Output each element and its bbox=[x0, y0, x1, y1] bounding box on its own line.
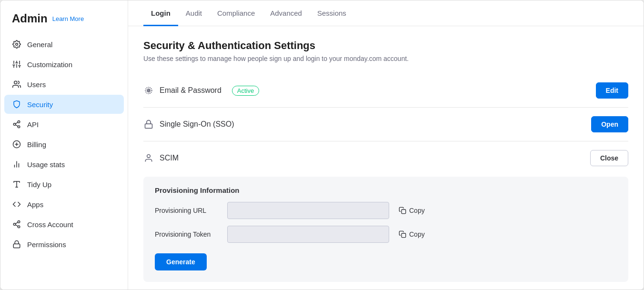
billing-icon bbox=[12, 140, 21, 149]
sidebar-item-billing[interactable]: Billing bbox=[4, 135, 124, 154]
provisioning-url-field: Provisioning URL Copy bbox=[155, 202, 617, 219]
sidebar-item-label: API bbox=[27, 120, 39, 129]
sidebar-item-general[interactable]: General bbox=[4, 35, 124, 54]
provisioning-url-label: Provisioning URL bbox=[155, 207, 221, 214]
page-title: Security & Authentication Settings bbox=[143, 40, 628, 52]
svg-line-28 bbox=[15, 222, 18, 224]
sidebar-item-label: Usage stats bbox=[27, 160, 65, 169]
provisioning-box: Provisioning Information Provisioning UR… bbox=[143, 177, 628, 282]
sidebar-header: Admin Learn More bbox=[0, 12, 128, 35]
svg-line-15 bbox=[15, 122, 18, 124]
sliders-icon bbox=[12, 60, 21, 69]
svg-rect-36 bbox=[402, 233, 406, 238]
tidy-icon bbox=[12, 180, 21, 189]
svg-line-27 bbox=[15, 225, 18, 226]
provisioning-token-input[interactable] bbox=[227, 226, 389, 243]
sidebar-item-label: Customization bbox=[27, 60, 72, 69]
svg-point-10 bbox=[14, 81, 17, 84]
scim-left: SCIM bbox=[143, 153, 179, 163]
lock-icon bbox=[12, 240, 21, 249]
page-content: Security & Authentication Settings Use t… bbox=[128, 26, 644, 290]
tab-login[interactable]: Login bbox=[143, 0, 178, 26]
scim-section: SCIM Close Provisioning Information Prov… bbox=[143, 141, 628, 282]
sidebar-item-label: General bbox=[27, 40, 52, 49]
provisioning-token-label: Provisioning Token bbox=[155, 230, 221, 238]
scim-title: SCIM bbox=[160, 154, 179, 162]
edit-button[interactable]: Edit bbox=[596, 82, 628, 99]
sso-section: Single Sign-On (SSO) Open bbox=[143, 108, 628, 141]
svg-point-31 bbox=[145, 87, 151, 93]
email-password-left: Email & Password Active bbox=[143, 85, 259, 96]
scim-header-row: SCIM Close bbox=[143, 150, 628, 175]
users-icon bbox=[12, 80, 21, 89]
copy-url-button[interactable]: Copy bbox=[395, 205, 429, 216]
sidebar-item-users[interactable]: Users bbox=[4, 75, 124, 94]
learn-more-link[interactable]: Learn More bbox=[52, 15, 84, 22]
tab-bar: Login Audit Compliance Advanced Sessions bbox=[128, 0, 644, 26]
copy-url-label: Copy bbox=[409, 207, 425, 214]
sidebar-item-customization[interactable]: Customization bbox=[4, 55, 124, 74]
provisioning-token-field: Provisioning Token Copy bbox=[155, 226, 617, 243]
svg-point-30 bbox=[148, 90, 149, 91]
sidebar-item-security[interactable]: Security bbox=[4, 95, 124, 114]
gear-icon bbox=[12, 40, 21, 49]
sidebar: Admin Learn More General Customization bbox=[0, 0, 128, 290]
sidebar-item-label: Users bbox=[27, 80, 46, 89]
cross-account-icon bbox=[12, 220, 21, 229]
page-subtitle: Use these settings to manage how people … bbox=[143, 55, 628, 62]
copy-token-button[interactable]: Copy bbox=[395, 229, 429, 240]
api-icon bbox=[12, 120, 21, 129]
sidebar-nav: General Customization Users bbox=[0, 35, 128, 254]
sidebar-item-tidy-up[interactable]: Tidy Up bbox=[4, 175, 124, 194]
email-password-section: Email & Password Active Edit bbox=[143, 74, 628, 108]
sidebar-item-label: Tidy Up bbox=[27, 180, 51, 189]
provisioning-url-input[interactable] bbox=[227, 202, 389, 219]
active-badge: Active bbox=[232, 86, 259, 96]
email-password-title: Email & Password bbox=[160, 86, 221, 95]
sidebar-item-label: Cross Account bbox=[27, 220, 73, 229]
sidebar-item-cross-account[interactable]: Cross Account bbox=[4, 215, 124, 234]
open-button[interactable]: Open bbox=[591, 116, 628, 132]
tab-advanced[interactable]: Advanced bbox=[262, 0, 310, 26]
sidebar-item-label: Permissions bbox=[27, 240, 66, 249]
close-button[interactable]: Close bbox=[590, 150, 628, 166]
sidebar-title: Admin bbox=[12, 12, 48, 25]
sidebar-item-label: Billing bbox=[27, 140, 46, 149]
sso-title: Single Sign-On (SSO) bbox=[160, 120, 234, 129]
svg-rect-35 bbox=[402, 210, 406, 214]
tab-audit[interactable]: Audit bbox=[178, 0, 210, 26]
svg-rect-29 bbox=[13, 244, 20, 248]
chart-icon bbox=[12, 160, 21, 169]
sidebar-item-label: Security bbox=[27, 100, 53, 109]
sidebar-item-permissions[interactable]: Permissions bbox=[4, 235, 124, 254]
sidebar-item-apps[interactable]: Apps bbox=[4, 195, 124, 214]
sso-left: Single Sign-On (SSO) bbox=[143, 119, 234, 130]
copy-token-label: Copy bbox=[409, 230, 425, 238]
sso-icon bbox=[143, 119, 154, 130]
sidebar-item-label: Apps bbox=[27, 200, 43, 209]
main-content: Login Audit Compliance Advanced Sessions… bbox=[128, 0, 644, 290]
apps-icon bbox=[12, 200, 21, 209]
svg-point-0 bbox=[16, 43, 18, 46]
provisioning-box-title: Provisioning Information bbox=[155, 186, 617, 194]
scim-icon bbox=[143, 153, 154, 163]
sidebar-item-api[interactable]: API bbox=[4, 115, 124, 134]
tab-sessions[interactable]: Sessions bbox=[310, 0, 354, 26]
svg-line-14 bbox=[15, 125, 18, 126]
app-container: Admin Learn More General Customization bbox=[0, 0, 644, 290]
sidebar-item-usage-stats[interactable]: Usage stats bbox=[4, 155, 124, 174]
svg-rect-33 bbox=[145, 124, 152, 128]
svg-point-34 bbox=[147, 155, 151, 158]
generate-button[interactable]: Generate bbox=[155, 253, 207, 270]
shield-icon bbox=[12, 100, 21, 109]
tab-compliance[interactable]: Compliance bbox=[210, 0, 262, 26]
email-icon bbox=[143, 85, 154, 96]
